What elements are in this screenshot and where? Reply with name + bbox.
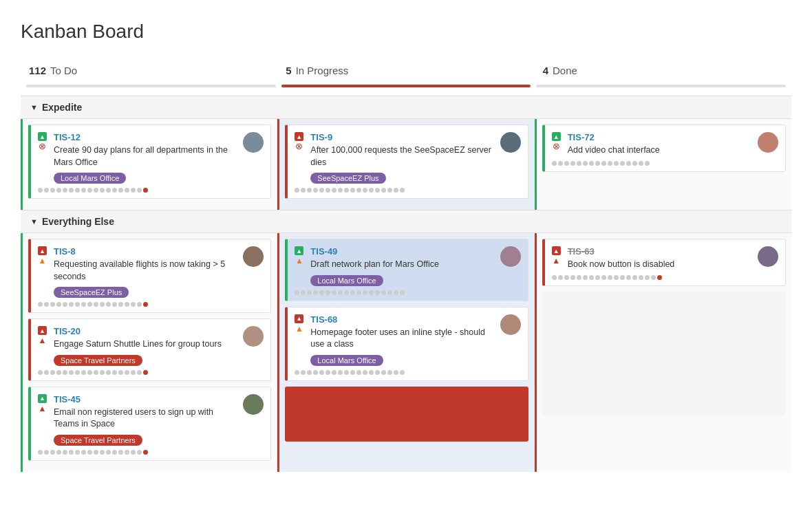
avatar bbox=[243, 394, 264, 415]
col-header-todo: 112 To Do bbox=[21, 59, 277, 85]
card-dots bbox=[38, 188, 264, 193]
priority-icon: ▲ bbox=[295, 324, 303, 334]
card-title: Create 90 day plans for all departments … bbox=[54, 144, 240, 169]
card-tag: SeeSpaceEZ Plus bbox=[54, 287, 129, 298]
col-divider-inprogress bbox=[281, 85, 531, 87]
card-tis-49[interactable]: ▲ ▲ TIS-49 Draft network plan for Mars O… bbox=[285, 239, 528, 301]
card-tis-45[interactable]: ▲ ▲ TIS-45 Email non registered users to… bbox=[28, 387, 271, 461]
card-id[interactable]: TIS-72 bbox=[568, 132, 595, 142]
card-dots bbox=[38, 450, 264, 455]
card-dots bbox=[295, 188, 520, 193]
col-everything-inprogress: ▲ ▲ TIS-49 Draft network plan for Mars O… bbox=[277, 233, 534, 472]
card-id[interactable]: TIS-12 bbox=[54, 132, 81, 142]
priority-icon: ▲ bbox=[39, 336, 47, 345]
col-header-inprogress: 5 In Progress bbox=[277, 59, 534, 85]
empty-done-area bbox=[542, 292, 786, 415]
card-title: Book now button is disabled bbox=[568, 259, 755, 271]
card-tis-12[interactable]: ▲ ⊗ TIS-12 Create 90 day plans for all d… bbox=[28, 124, 271, 199]
bug-icon: ▲ bbox=[38, 246, 47, 255]
card-dots bbox=[295, 370, 520, 375]
card-tis-8[interactable]: ▲ ▲ TIS-8 Requesting available flights i… bbox=[28, 239, 271, 313]
avatar bbox=[243, 246, 264, 267]
card-tis-68[interactable]: ▲ ▲ TIS-68 Homepage footer uses an inlin… bbox=[285, 307, 528, 381]
bug-icon: ▲ bbox=[38, 132, 47, 141]
card-tis-20[interactable]: ▲ ▲ TIS-20 Engage Saturn Shuttle Lines f… bbox=[28, 318, 271, 381]
chevron-down-icon: ▼ bbox=[30, 103, 38, 111]
bug-icon: ▲ bbox=[552, 132, 561, 141]
col-expedite-inprogress: ▲ ⊗ TIS-9 After 100,000 requests the See… bbox=[277, 119, 534, 210]
card-dots bbox=[295, 290, 520, 295]
bug-icon: ▲ bbox=[295, 132, 303, 141]
section-header-expedite: ▼ Expedite bbox=[21, 96, 791, 119]
card-title: Add video chat interface bbox=[568, 144, 755, 157]
card-id[interactable]: TIS-45 bbox=[54, 394, 81, 404]
avatar bbox=[758, 132, 778, 153]
card-title: Email non registered users to sign up wi… bbox=[54, 407, 240, 431]
col-divider-done bbox=[536, 85, 786, 87]
col-header-done: 4 Done bbox=[535, 59, 791, 85]
card-title: After 100,000 requests the SeeSpaceEZ se… bbox=[310, 144, 497, 169]
card-tag: Local Mars Office bbox=[310, 355, 383, 366]
priority-icon: ▲ bbox=[39, 256, 47, 266]
chevron-down-icon: ▼ bbox=[30, 217, 38, 226]
card-title: Requesting available flights is now taki… bbox=[54, 259, 240, 283]
card-tag: Space Travel Partners bbox=[54, 355, 142, 366]
card-id[interactable]: TIS-49 bbox=[310, 246, 337, 257]
block-icon: ⊗ bbox=[553, 142, 560, 151]
block-icon: ⊗ bbox=[295, 142, 303, 151]
card-dots bbox=[552, 275, 778, 280]
card-tis-72[interactable]: ▲ ⊗ TIS-72 Add video chat interface bbox=[542, 124, 786, 172]
bug-icon: ▲ bbox=[38, 394, 47, 403]
col-expedite-done: ▲ ⊗ TIS-72 Add video chat interface bbox=[535, 119, 791, 210]
wip-limit-bar bbox=[285, 387, 528, 442]
col-everything-todo: ▲ ▲ TIS-8 Requesting available flights i… bbox=[21, 233, 277, 472]
block-icon: ⊗ bbox=[39, 142, 46, 151]
avatar bbox=[500, 314, 521, 335]
priority-icon: ▲ bbox=[552, 256, 560, 266]
bug-icon: ▲ bbox=[38, 326, 47, 335]
card-tag: Local Mars Office bbox=[54, 173, 126, 184]
card-title: Engage Saturn Shuttle Lines for group to… bbox=[54, 338, 240, 351]
card-id[interactable]: TIS-9 bbox=[310, 132, 332, 142]
bug-icon: ▲ bbox=[295, 246, 303, 255]
priority-icon: ▲ bbox=[39, 404, 47, 413]
card-id[interactable]: TIS-63 bbox=[568, 246, 595, 257]
card-id[interactable]: TIS-68 bbox=[310, 314, 337, 325]
card-tag: SeeSpaceEZ Plus bbox=[310, 173, 385, 184]
col-expedite-todo: ▲ ⊗ TIS-12 Create 90 day plans for all d… bbox=[21, 119, 277, 210]
card-tag: Local Mars Office bbox=[310, 275, 383, 286]
avatar bbox=[758, 246, 778, 267]
card-id[interactable]: TIS-8 bbox=[54, 246, 76, 257]
section-header-everything-else: ▼ Everything Else bbox=[21, 210, 791, 233]
avatar bbox=[243, 132, 264, 153]
card-tis-9[interactable]: ▲ ⊗ TIS-9 After 100,000 requests the See… bbox=[285, 124, 528, 199]
card-tis-63[interactable]: ▲ ▲ TIS-63 Book now button is disabled bbox=[542, 239, 786, 286]
card-dots bbox=[38, 370, 264, 375]
priority-icon: ▲ bbox=[295, 256, 303, 266]
card-tag: Space Travel Partners bbox=[54, 435, 142, 446]
bug-icon: ▲ bbox=[295, 314, 303, 323]
card-dots bbox=[38, 302, 264, 307]
col-everything-done: ▲ ▲ TIS-63 Book now button is disabled bbox=[535, 233, 791, 472]
card-title: Homepage footer uses an inline style - s… bbox=[310, 327, 497, 351]
card-dots bbox=[552, 161, 778, 166]
avatar bbox=[500, 132, 521, 153]
bug-icon: ▲ bbox=[552, 246, 561, 255]
col-divider-todo bbox=[26, 85, 276, 87]
avatar bbox=[243, 326, 264, 347]
avatar bbox=[500, 246, 521, 267]
card-id[interactable]: TIS-20 bbox=[54, 326, 81, 336]
page-title: Kanban Board bbox=[21, 21, 791, 43]
card-title: Draft network plan for Mars Office bbox=[310, 259, 497, 271]
